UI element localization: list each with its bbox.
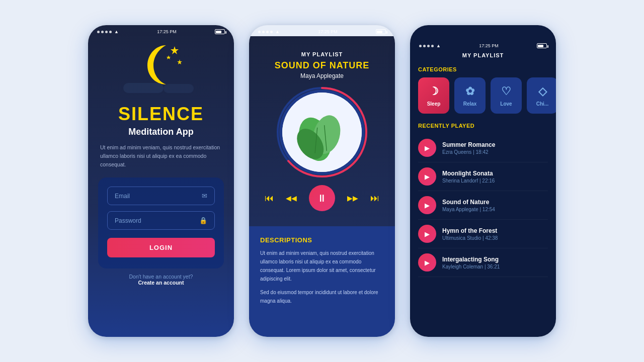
pause-icon: ⏸ xyxy=(317,193,327,204)
signal-dots-3: ▲ xyxy=(419,43,441,48)
email-placeholder: Email xyxy=(115,193,130,200)
app-description: Ut enim ad minim veniam, quis nostrud ex… xyxy=(88,143,234,168)
cloud-right xyxy=(164,84,194,93)
create-account-link[interactable]: Create an account xyxy=(129,280,193,286)
category-love[interactable]: ♡ Love xyxy=(491,77,522,114)
categories-row: ☽ Sleep ✿ Relax ♡ Love ◇ Chi... xyxy=(410,77,556,114)
rewind-button[interactable]: ⏮ xyxy=(265,193,274,204)
battery-fill xyxy=(216,31,221,33)
track-item-1: ▶ Moonlight Sonata Sherina Landorf | 22:… xyxy=(418,162,548,191)
email-field[interactable]: Email ✉ xyxy=(107,187,215,205)
album-art xyxy=(279,89,365,175)
phone-screen-3: ▲ 17:25 PM MY PLAYLIST CATEGORIES ☽ Slee… xyxy=(410,25,556,337)
player-screen: ▲ 17:25 PM MY PLAYLIST SOUND OF NATURE M… xyxy=(249,25,395,337)
login-form: Email ✉ Password 🔒 LOGIN xyxy=(98,177,224,268)
password-field[interactable]: Password 🔒 xyxy=(107,211,215,230)
playlist-label-2: MY PLAYLIST xyxy=(301,51,343,57)
login-button[interactable]: LOGIN xyxy=(107,238,215,257)
track-info-4: Intergalacting Song Kayleigh Coleman | 3… xyxy=(442,256,548,269)
track-meta-3: Ultimusica Studio | 42:38 xyxy=(442,235,548,241)
desc-label: DESCRIPTIONS xyxy=(260,236,384,244)
dot1 xyxy=(97,31,100,33)
sleep-label: Sleep xyxy=(427,101,441,107)
signal-dots: ▲ xyxy=(97,29,119,34)
wifi-icon: ▲ xyxy=(114,29,119,34)
app-subtitle: Meditation App xyxy=(128,127,193,137)
dot3 xyxy=(105,31,108,33)
moon-svg xyxy=(138,40,186,85)
song-artist: Maya Applegate xyxy=(300,72,344,79)
track-item-4: ▶ Intergalacting Song Kayleigh Coleman |… xyxy=(418,248,548,277)
album-art-container xyxy=(279,89,365,175)
track-info-1: Moonlight Sonata Sherina Landorf | 22:16 xyxy=(442,170,548,184)
categories-heading: CATEGORIES xyxy=(410,66,556,72)
description-section: DESCRIPTIONS Ut enim ad minim veniam, qu… xyxy=(249,226,395,337)
status-bar-1: ▲ 17:25 PM xyxy=(88,25,234,36)
no-account-text: Don't have an account yet? xyxy=(129,274,193,280)
play-btn-3[interactable]: ▶ xyxy=(418,225,436,243)
dot1 xyxy=(419,45,422,47)
app-name: SILENCE xyxy=(118,104,204,125)
status-time-2: 17:25 PM xyxy=(318,29,338,34)
relax-label: Relax xyxy=(463,101,477,107)
status-time-1: 17:25 PM xyxy=(157,29,177,34)
category-chi[interactable]: ◇ Chi... xyxy=(527,77,556,114)
track-name-0: Summer Romance xyxy=(442,141,548,148)
category-relax[interactable]: ✿ Relax xyxy=(454,77,486,114)
play-btn-0[interactable]: ▶ xyxy=(418,139,436,157)
dot2 xyxy=(262,31,265,33)
track-meta-0: Ezra Queens | 18:42 xyxy=(442,149,548,155)
track-name-2: Sound of Nature xyxy=(442,199,548,206)
recently-heading: RECENTLY PLAYED xyxy=(410,123,556,129)
battery-icon-3 xyxy=(537,43,547,48)
battery-fill-3 xyxy=(538,45,543,47)
track-item-0: ▶ Summer Romance Ezra Queens | 18:42 xyxy=(418,134,548,162)
chi-label: Chi... xyxy=(536,101,548,107)
phone-screen-1: ▲ 17:25 PM SILENCE Meditation App Ut eni… xyxy=(88,25,234,337)
skip-button[interactable]: ⏭ xyxy=(370,193,379,204)
track-item-3: ▶ Hymn of the Forest Ultimusica Studio |… xyxy=(418,220,548,248)
track-meta-1: Sherina Landorf | 22:16 xyxy=(442,178,548,184)
email-icon: ✉ xyxy=(202,192,207,200)
login-screen: SILENCE Meditation App Ut enim ad minim … xyxy=(88,25,234,337)
track-name-4: Intergalacting Song xyxy=(442,256,548,263)
track-name-3: Hymn of the Forest xyxy=(442,227,548,234)
song-title: SOUND OF NATURE xyxy=(275,60,370,71)
rewind-back-button[interactable]: ◀◀ xyxy=(286,194,297,202)
track-meta-4: Kayleigh Coleman | 36:21 xyxy=(442,264,548,269)
leaf-svg xyxy=(282,93,362,172)
category-sleep[interactable]: ☽ Sleep xyxy=(418,77,449,114)
svg-marker-2 xyxy=(167,55,171,59)
track-name-1: Moonlight Sonata xyxy=(442,170,548,177)
dot3 xyxy=(427,45,430,47)
track-meta-2: Maya Applegate | 12:54 xyxy=(442,207,548,212)
status-time-3: 17:25 PM xyxy=(479,43,499,48)
player-controls: ⏮ ◀◀ ⏸ ▶▶ ⏭ xyxy=(265,185,379,211)
track-info-3: Hymn of the Forest Ultimusica Studio | 4… xyxy=(442,227,548,241)
svg-marker-1 xyxy=(177,59,182,64)
sleep-icon: ☽ xyxy=(429,85,439,98)
chi-icon: ◇ xyxy=(538,85,547,98)
dot4 xyxy=(431,45,434,47)
player-top: MY PLAYLIST SOUND OF NATURE Maya Applega… xyxy=(249,36,395,226)
dot2 xyxy=(101,31,104,33)
signal-dots-2: ▲ xyxy=(258,29,280,34)
playlist-screen: ▲ 17:25 PM MY PLAYLIST CATEGORIES ☽ Slee… xyxy=(410,25,556,337)
relax-icon: ✿ xyxy=(465,85,474,98)
wifi-icon-3: ▲ xyxy=(436,43,441,48)
cloud-left xyxy=(123,83,164,93)
play-btn-1[interactable]: ▶ xyxy=(418,167,436,186)
track-list: ▶ Summer Romance Ezra Queens | 18:42 ▶ M… xyxy=(410,134,556,277)
play-btn-2[interactable]: ▶ xyxy=(418,196,436,214)
track-info-0: Summer Romance Ezra Queens | 18:42 xyxy=(442,141,548,155)
status-bar-3: ▲ 17:25 PM xyxy=(410,39,556,50)
battery-fill-2 xyxy=(377,31,382,33)
battery-icon-2 xyxy=(376,29,386,34)
moon-illustration xyxy=(131,40,191,96)
pause-button[interactable]: ⏸ xyxy=(309,185,335,211)
play-btn-4[interactable]: ▶ xyxy=(418,253,436,272)
svg-marker-0 xyxy=(171,46,179,54)
love-icon: ♡ xyxy=(501,85,511,98)
status-bar-2: ▲ 17:25 PM xyxy=(249,25,395,36)
forward-button[interactable]: ▶▶ xyxy=(347,194,358,202)
